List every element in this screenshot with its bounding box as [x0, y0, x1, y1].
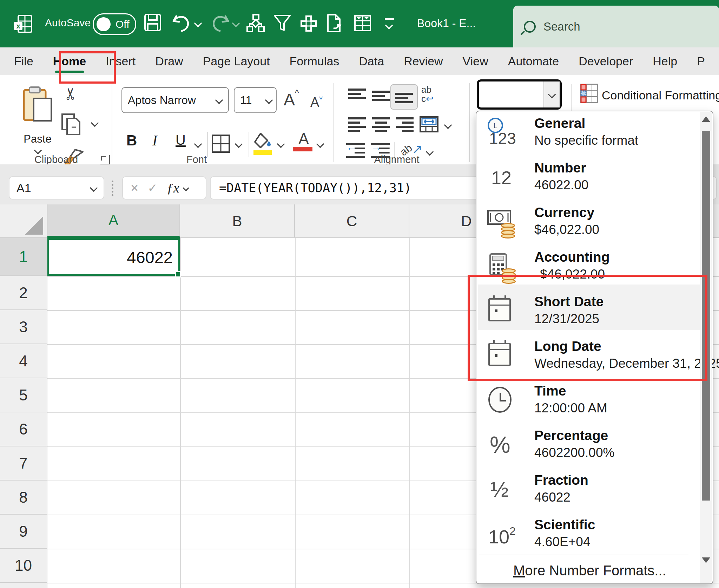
group-divider — [333, 83, 334, 162]
fraction-icon: ½ — [486, 475, 525, 510]
conditional-formatting-icon[interactable] — [580, 84, 598, 103]
number-format-dropdown-icon — [548, 91, 556, 99]
bold-button[interactable]: B — [126, 132, 137, 149]
row-header-8[interactable]: 8 — [0, 481, 47, 515]
cut-icon[interactable]: ✂ — [61, 87, 80, 101]
fx-dropdown-icon[interactable] — [183, 185, 189, 191]
align-center-icon[interactable] — [372, 117, 390, 134]
excel-logo-icon: x — [13, 14, 33, 34]
clock-icon — [486, 386, 525, 421]
align-middle-icon[interactable] — [372, 89, 390, 103]
menu-item-percentage[interactable]: % Percentage 4602200.00% — [476, 427, 700, 472]
export-file-icon[interactable] — [326, 13, 343, 33]
autosave-toggle[interactable]: Off — [93, 13, 136, 35]
fill-handle[interactable] — [175, 271, 181, 277]
tab-automate[interactable]: Automate — [508, 54, 559, 68]
tab-page-layout[interactable]: Page Layout — [203, 54, 270, 68]
wrap-text-icon[interactable]: ab c↩ — [421, 85, 434, 103]
menu-item-fraction[interactable]: ½ Fraction 46022 — [476, 472, 700, 516]
paste-button[interactable]: Paste — [22, 133, 53, 145]
menu-item-currency[interactable]: Currency $46,022.00 — [476, 204, 700, 249]
decrease-font-icon[interactable]: A^ — [310, 92, 323, 110]
filter-icon[interactable] — [273, 14, 291, 32]
scientific-icon: 102 — [486, 520, 525, 555]
tab-help[interactable]: Help — [653, 54, 677, 68]
align-top-icon[interactable] — [348, 89, 366, 103]
autosave-label: AutoSave — [45, 17, 91, 29]
quick-access-options-icon[interactable] — [385, 18, 394, 30]
column-header-a[interactable]: A — [47, 204, 180, 238]
increase-font-icon[interactable]: A^ — [284, 88, 299, 109]
align-bottom-button-selected[interactable] — [390, 84, 418, 110]
merge-center-icon[interactable] — [419, 116, 439, 133]
row-header-3[interactable]: 3 — [0, 310, 47, 344]
name-box[interactable]: A1 — [9, 176, 104, 200]
cancel-icon[interactable]: × — [131, 181, 138, 196]
font-size-select[interactable]: 11 — [234, 87, 277, 113]
title-bar: x AutoSave Off — [0, 0, 719, 47]
align-right-icon[interactable] — [396, 117, 414, 134]
borders-icon[interactable] — [211, 134, 230, 153]
tab-draw[interactable]: Draw — [155, 54, 183, 68]
undo-dropdown-icon[interactable] — [194, 19, 202, 27]
column-header-b[interactable]: B — [180, 204, 295, 238]
more-number-formats-item[interactable]: More Number Formats... — [513, 563, 666, 579]
menu-item-time[interactable]: Time 12:00:00 AM — [476, 383, 700, 427]
tab-data[interactable]: Data — [359, 54, 384, 68]
copy-icon[interactable] — [61, 113, 81, 136]
scroll-down-icon[interactable] — [702, 557, 710, 563]
clipboard-dialog-launcher-icon[interactable] — [100, 155, 110, 165]
toggle-knob-icon — [97, 17, 111, 31]
tab-review[interactable]: Review — [404, 54, 443, 68]
redo-icon[interactable] — [211, 13, 230, 33]
underline-button[interactable]: U — [176, 132, 186, 148]
tab-developer[interactable]: Developer — [579, 54, 633, 68]
cell-a1-selected[interactable]: 46022 — [47, 238, 180, 276]
tab-file[interactable]: File — [14, 54, 33, 68]
menu-item-number[interactable]: 12 Number 46022.00 — [476, 159, 700, 204]
scroll-up-icon[interactable] — [702, 116, 710, 122]
smartart-icon[interactable] — [246, 14, 265, 32]
tab-formulas[interactable]: Formulas — [290, 54, 339, 68]
divider — [207, 132, 208, 157]
row-header-7[interactable]: 7 — [0, 446, 47, 481]
row-header-2[interactable]: 2 — [0, 276, 47, 310]
column-header-c[interactable]: C — [295, 204, 409, 238]
group-divider — [112, 83, 112, 162]
row-header-1[interactable]: 1 — [0, 238, 47, 276]
align-left-icon[interactable] — [348, 117, 366, 134]
row-header-9[interactable]: 9 — [0, 515, 47, 549]
select-all-corner[interactable] — [0, 204, 47, 238]
search-input[interactable]: Search — [513, 6, 719, 47]
redo-dropdown-icon[interactable] — [232, 19, 240, 27]
font-name-select[interactable]: Aptos Narrow — [121, 87, 229, 113]
conditional-formatting-button[interactable]: Conditional Formatting — [602, 89, 719, 102]
add-cells-icon[interactable] — [301, 15, 317, 32]
undo-icon[interactable] — [171, 13, 191, 33]
formula-bar-splitter[interactable] — [112, 181, 113, 196]
font-color-icon[interactable]: A — [295, 130, 312, 151]
fill-color-icon[interactable] — [253, 132, 273, 155]
paste-icon[interactable] — [22, 86, 53, 123]
italic-button[interactable]: I — [152, 132, 157, 149]
table-icon[interactable] — [354, 15, 371, 32]
enter-icon[interactable]: ✓ — [147, 181, 158, 195]
number-format-select[interactable] — [477, 79, 562, 110]
menu-item-general[interactable]: L 123 General No specific format — [476, 115, 700, 159]
divider — [249, 132, 249, 157]
tab-partial[interactable]: P — [697, 54, 705, 68]
row-header-6[interactable]: 6 — [0, 412, 47, 446]
row-header-5[interactable]: 5 — [0, 378, 47, 412]
row-header-10[interactable]: 10 — [0, 549, 47, 583]
tab-view[interactable]: View — [463, 54, 488, 68]
annotation-date-formats-box — [468, 275, 707, 381]
gridline — [180, 238, 181, 588]
annotation-home-tab-box — [59, 51, 116, 84]
currency-icon — [486, 208, 525, 243]
gridline — [409, 238, 410, 588]
row-header-4[interactable]: 4 — [0, 344, 47, 378]
number-icon: 12 — [486, 163, 525, 198]
menu-item-scientific[interactable]: 102 Scientific 4.60E+04 — [476, 516, 700, 561]
save-icon[interactable] — [144, 13, 161, 32]
insert-function-icon[interactable]: ƒx — [167, 180, 179, 196]
